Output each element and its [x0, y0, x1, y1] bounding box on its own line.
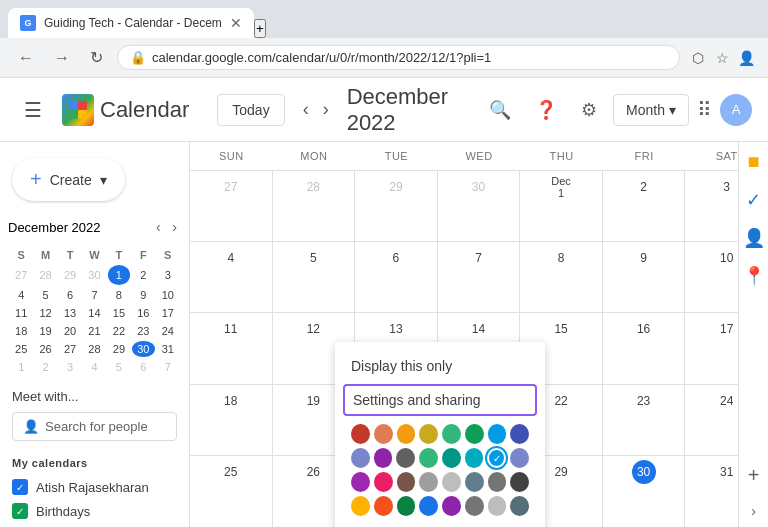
mini-day[interactable]: 16 — [132, 305, 154, 321]
color-banana[interactable] — [419, 424, 438, 444]
mini-day[interactable]: 29 — [108, 341, 130, 357]
mini-day[interactable]: 4 — [83, 359, 105, 375]
cal-day-dec25[interactable]: 25 — [190, 456, 273, 527]
color-silver[interactable] — [442, 472, 461, 492]
avatar[interactable]: A — [720, 94, 752, 126]
mini-prev-month[interactable]: ‹ — [152, 217, 165, 237]
mini-day[interactable]: 26 — [34, 341, 56, 357]
color-light1[interactable] — [351, 496, 370, 516]
color-light7[interactable] — [488, 496, 507, 516]
mini-day[interactable]: 11 — [10, 305, 32, 321]
color-sage[interactable] — [442, 424, 461, 444]
color-light4[interactable] — [419, 496, 438, 516]
calendar-item-birthdays[interactable]: ✓ Birthdays — [12, 499, 177, 523]
color-light8[interactable] — [510, 496, 529, 516]
mini-day[interactable]: 20 — [59, 323, 81, 339]
mini-day-today[interactable]: 30 — [132, 341, 154, 357]
color-basil[interactable] — [465, 424, 484, 444]
help-icon[interactable]: ❓ — [527, 91, 565, 129]
color-slate[interactable] — [465, 472, 484, 492]
cal-day-nov30[interactable]: 30 — [438, 171, 521, 241]
mini-day[interactable]: 7 — [157, 359, 179, 375]
right-icon-yellow[interactable]: ■ — [747, 150, 759, 173]
mini-day[interactable]: 29 — [59, 265, 81, 285]
cal-day-nov29[interactable]: 29 — [355, 171, 438, 241]
color-green2[interactable] — [419, 448, 438, 468]
mini-day[interactable]: 30 — [83, 265, 105, 285]
color-cyan[interactable] — [465, 448, 484, 468]
cal-day-dec9[interactable]: 9 — [603, 242, 686, 312]
color-charcoal[interactable] — [510, 472, 529, 492]
cal-day-dec30-today[interactable]: 30 — [603, 456, 686, 527]
next-month-button[interactable]: › — [317, 93, 335, 126]
mini-day[interactable]: 5 — [108, 359, 130, 375]
cal-day-dec7[interactable]: 7 — [438, 242, 521, 312]
prev-month-button[interactable]: ‹ — [297, 93, 315, 126]
right-icon-person[interactable]: 👤 — [743, 227, 765, 249]
refresh-button[interactable]: ↻ — [84, 44, 109, 71]
mini-day[interactable]: 23 — [132, 323, 154, 339]
mini-next-month[interactable]: › — [168, 217, 181, 237]
mini-day[interactable]: 3 — [59, 359, 81, 375]
mini-day[interactable]: 13 — [59, 305, 81, 321]
cal-day-dec16[interactable]: 16 — [603, 313, 686, 383]
create-button[interactable]: + Create ▾ — [12, 158, 125, 201]
profile-icon[interactable]: 👤 — [736, 48, 756, 68]
mini-day[interactable]: 5 — [34, 287, 56, 303]
search-people-button[interactable]: 👤 Search for people — [12, 412, 177, 441]
color-light3[interactable] — [397, 496, 416, 516]
mini-day[interactable]: 6 — [132, 359, 154, 375]
tab-close-button[interactable]: ✕ — [230, 15, 242, 31]
forward-button[interactable]: → — [48, 45, 76, 71]
color-grape[interactable] — [374, 448, 393, 468]
display-only-menu-item[interactable]: Display this only — [335, 350, 545, 382]
hamburger-menu[interactable]: ☰ — [16, 90, 50, 130]
back-button[interactable]: ← — [12, 45, 40, 71]
calendar-checkbox-birthdays[interactable]: ✓ — [12, 503, 28, 519]
cal-day-dec4[interactable]: 4 — [190, 242, 273, 312]
cal-day-dec6[interactable]: 6 — [355, 242, 438, 312]
extensions-icon[interactable]: ⬡ — [688, 48, 708, 68]
cal-day-dec8[interactable]: 8 — [520, 242, 603, 312]
cal-day-dec1[interactable]: Dec 1 — [520, 171, 603, 241]
apps-grid-icon[interactable]: ⠿ — [697, 98, 712, 122]
color-graphite[interactable] — [396, 448, 415, 468]
mini-day[interactable]: 1 — [108, 265, 130, 285]
mini-day[interactable]: 4 — [10, 287, 32, 303]
color-flamingo[interactable] — [374, 424, 393, 444]
mini-day[interactable]: 21 — [83, 323, 105, 339]
cal-day-dec11[interactable]: 11 — [190, 313, 273, 383]
color-light6[interactable] — [465, 496, 484, 516]
mini-day[interactable]: 10 — [157, 287, 179, 303]
mini-day[interactable]: 18 — [10, 323, 32, 339]
address-bar[interactable]: 🔒 calendar.google.com/calendar/u/0/r/mon… — [117, 45, 680, 70]
color-light5[interactable] — [442, 496, 461, 516]
color-peacock[interactable] — [488, 424, 507, 444]
mini-day[interactable]: 6 — [59, 287, 81, 303]
cal-day-nov28[interactable]: 28 — [273, 171, 356, 241]
active-tab[interactable]: G Guiding Tech - Calendar - Decem ✕ — [8, 8, 254, 38]
right-icon-add[interactable]: + — [748, 464, 760, 487]
settings-icon[interactable]: ⚙ — [573, 91, 605, 129]
mini-day[interactable]: 17 — [157, 305, 179, 321]
mini-day[interactable]: 28 — [83, 341, 105, 357]
mini-day[interactable]: 15 — [108, 305, 130, 321]
mini-day[interactable]: 14 — [83, 305, 105, 321]
mini-day[interactable]: 9 — [132, 287, 154, 303]
color-light2[interactable] — [374, 496, 393, 516]
mini-day[interactable]: 1 — [10, 359, 32, 375]
today-button[interactable]: Today — [217, 94, 284, 126]
calendar-checkbox-atish[interactable]: ✓ — [12, 479, 28, 495]
color-purple[interactable] — [351, 472, 370, 492]
right-icon-map[interactable]: 📍 — [743, 265, 765, 287]
color-blueberry[interactable] — [510, 424, 529, 444]
right-icon-blue[interactable]: ✓ — [746, 189, 761, 211]
mini-day[interactable]: 25 — [10, 341, 32, 357]
right-icon-chevron-right[interactable]: › — [751, 503, 756, 519]
cal-day-dec18[interactable]: 18 — [190, 385, 273, 455]
search-icon[interactable]: 🔍 — [481, 91, 519, 129]
color-teal[interactable] — [442, 448, 461, 468]
color-brown[interactable] — [397, 472, 416, 492]
mini-day[interactable]: 27 — [59, 341, 81, 357]
mini-day[interactable]: 28 — [34, 265, 56, 285]
